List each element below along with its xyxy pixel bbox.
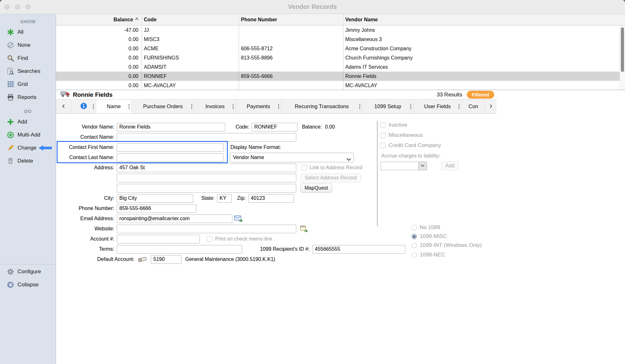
sidebar-item-label: Delete [18,158,33,164]
grid-icon [6,80,15,88]
tab-user-fields[interactable]: User Fields [413,100,462,113]
mapquest-button[interactable]: MapQuest [300,184,332,192]
vendor-name-input[interactable] [117,123,225,131]
address-line1-input[interactable] [117,164,296,172]
tab-menu-icon[interactable] [93,104,94,109]
cell-phone: 859-555-6666 [239,72,343,81]
table-row[interactable]: 0.00 FURNISHINGS 813-555-8896 Church Fur… [56,53,625,62]
tab-menu-icon[interactable] [359,104,361,109]
radio-icon[interactable] [411,225,417,230]
scrollbar-thumb[interactable] [621,27,624,72]
zip-input[interactable] [248,194,294,203]
minimize-window-button[interactable] [15,4,20,10]
table-row[interactable]: 0.00 MISC3 Miscellaneous 3 [56,35,625,44]
state-input[interactable] [217,194,232,203]
column-header-phone[interactable]: Phone Number [239,14,343,25]
column-header-code[interactable]: Code [142,14,239,25]
tab-menu-icon[interactable] [232,104,234,109]
contact-first-name-input[interactable] [117,143,223,152]
account-number-input[interactable] [117,235,200,243]
website-input[interactable] [117,225,296,233]
table-row[interactable]: 0.00 ADAMSIT Adams IT Services [56,62,625,72]
credit-card-company-checkbox[interactable] [380,143,386,148]
sidebar-item-find[interactable]: Find [0,52,56,65]
sidebar-item-searches[interactable]: Searches [0,65,56,78]
radio-1099-misc[interactable]: 1099-MISC [411,233,447,240]
sidebar-item-change[interactable]: Change [0,141,56,154]
terms-input[interactable] [117,245,242,254]
sidebar-item-configure[interactable]: Configure [0,265,56,278]
radio-1099-nec[interactable]: 1099-NEC [411,252,445,258]
radio-no-1099[interactable]: No 1099 [411,224,440,231]
radio-icon[interactable] [411,252,417,258]
table-row[interactable]: 0.00 MC-AVACLAY MC-AVACLAY [56,81,625,90]
sidebar-item-grid[interactable]: Grid [0,78,56,91]
sidebar-item-label: Searches [18,68,40,74]
tab-purchase-orders[interactable]: Purchase Orders [132,100,194,113]
tab-scroll-left-button[interactable]: ‹ [56,100,71,113]
radio-icon[interactable] [411,243,417,248]
close-window-button[interactable] [4,4,10,10]
sidebar-item-reports[interactable]: Reports [0,91,56,104]
filtered-badge[interactable]: Filtered [467,91,494,99]
contact-name-input[interactable] [117,133,296,142]
tab-menu-icon[interactable] [410,104,411,109]
address-line2-input[interactable] [117,174,296,182]
address-line3-input[interactable] [117,184,296,192]
tab-menu-icon[interactable] [278,104,279,109]
tab-payments[interactable]: Payments [236,100,281,113]
code-input[interactable] [252,123,298,131]
miscellaneous-checkbox[interactable] [380,132,386,138]
accrue-add-button[interactable]: Add [441,161,459,170]
slashed-circle-icon [6,41,15,49]
table-row-selected[interactable]: 0.00 RONNIEF 859-555-6666 Ronnie Fields [56,72,625,81]
column-header-vendor-name[interactable]: Vendor Name [343,14,625,25]
tab-menu-icon[interactable] [128,104,130,109]
column-header-balance[interactable]: Balance ^ [56,14,142,25]
tab-1099-setup[interactable]: 1099 Setup [362,100,413,113]
table-row[interactable]: 0.00 ACME 606-555-8712 Acme Construction… [56,44,625,53]
zoom-window-button[interactable] [25,4,31,10]
open-website-icon[interactable] [300,225,308,232]
titlebar: Vendor Records [0,0,625,14]
tab-invoices[interactable]: Invoices [194,100,236,113]
inactive-checkbox[interactable] [380,122,386,128]
sort-ascending-icon[interactable]: ^ [135,17,138,23]
cell-phone [239,62,343,72]
print-memo-checkbox[interactable] [207,236,213,242]
radio-selected-icon[interactable] [411,234,417,239]
accrue-liability-dropdown[interactable] [381,162,427,170]
credit-card-company-checkbox-row[interactable]: Credit Card Company [380,142,441,149]
tab-recurring-transactions[interactable]: Recurring Transactions [281,100,362,113]
miscellaneous-checkbox-row[interactable]: Miscellaneous [380,132,423,138]
tab-info[interactable] [71,100,96,113]
sidebar-item-collapse[interactable]: Collapse [0,278,56,291]
table-scrollbar[interactable] [620,25,625,90]
tab-menu-icon[interactable] [458,104,460,109]
default-account-input[interactable] [151,255,181,264]
display-name-format-dropdown[interactable]: Vendor Name [230,153,354,162]
compose-email-icon[interactable] [234,215,243,222]
city-input[interactable] [117,194,193,203]
sidebar-item-none[interactable]: None [0,38,56,52]
phone-number-input[interactable] [117,204,196,213]
link-address-checkbox[interactable] [301,165,307,171]
chevron-down-icon[interactable] [418,162,427,170]
tab-contacts-truncated[interactable]: Con [462,100,485,113]
radio-1099-int[interactable]: 1099-INT (Windows Only) [411,242,482,248]
sidebar-item-add[interactable]: Add [0,115,56,128]
tab-menu-icon[interactable] [191,104,193,109]
account-lookup-eraser-icon[interactable] [137,256,148,262]
sidebar-item-delete[interactable]: Delete [0,154,56,167]
table-row[interactable]: -47.00 JJ Jimmy Johns [56,25,625,35]
sidebar-item-multi-add[interactable]: Multi-Add [0,128,56,141]
zip-label: Zip: [232,195,248,201]
sidebar-item-all[interactable]: All [0,25,56,38]
email-address-input[interactable] [117,214,232,223]
inactive-checkbox-row[interactable]: Inactive [380,122,407,128]
recipient-id-input[interactable] [312,245,405,254]
tab-scroll-right-button[interactable]: › [485,100,496,113]
select-address-record-button[interactable]: Select Address Record [301,173,361,182]
contact-last-name-input[interactable] [117,153,223,162]
tab-name[interactable]: Name [96,100,132,113]
